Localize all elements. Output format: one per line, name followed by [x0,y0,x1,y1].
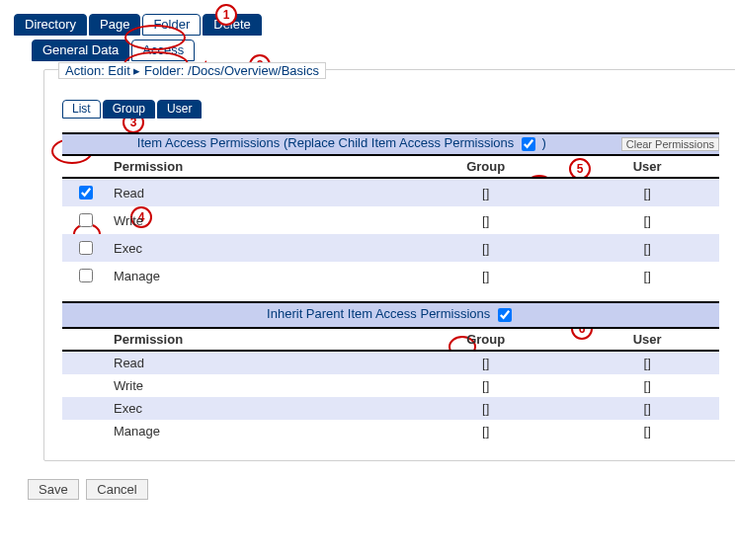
callout-1: 1 [215,4,237,26]
table-row: Exec[][] [62,234,719,262]
clear-permissions-button[interactable]: Clear Permissions [621,137,719,151]
col2-permission: Permission [108,328,396,351]
perm-group: [] [396,420,575,442]
table-row: Read[][] [62,351,719,374]
section1-title: Item Access Permissions (Replace Child I… [137,135,514,150]
cancel-button[interactable]: Cancel [86,479,147,500]
perm-user: [] [575,397,719,420]
tab-directory[interactable]: Directory [14,14,87,36]
perm-user: [] [575,420,719,442]
perm-user: [] [575,178,719,206]
save-button[interactable]: Save [28,479,79,500]
view-tabs: ListGroupUser [62,100,719,119]
main-tabs: DirectoryPageFolderDelete [14,14,721,36]
perm-name: Write [108,374,396,397]
col-group: Group [396,155,575,178]
permissions-table-1: Item Access Permissions (Replace Child I… [62,132,719,289]
table-row: Read[][] [62,178,719,206]
perm-name: Read [108,351,396,374]
breadcrumb: Action: Edit ▸ Folder: /Docs/Overview/Ba… [58,62,326,79]
perm-group: [] [396,178,575,206]
perm-user: [] [575,234,719,262]
col2-group: Group [396,328,575,351]
content-box: Action: Edit ▸ Folder: /Docs/Overview/Ba… [43,69,735,461]
perm-name: Manage [108,262,396,289]
action-buttons: Save Cancel [28,479,721,500]
row-checkbox[interactable] [79,186,93,200]
viewtab-group[interactable]: Group [103,100,155,119]
viewtab-user[interactable]: User [157,100,202,119]
inherit-parent-checkbox[interactable] [498,308,512,322]
permissions-table-2: Inherit Parent Item Access Permissions P… [62,301,719,442]
col-user: User [575,155,719,178]
row-checkbox[interactable] [79,213,93,227]
viewtab-list[interactable]: List [62,100,101,119]
callout-1-ring [124,25,186,50]
section2-title: Inherit Parent Item Access Permissions [267,306,490,321]
perm-user: [] [575,262,719,289]
perm-name: Read [108,178,396,206]
perm-name: Exec [108,397,396,420]
table-row: Write[][] [62,206,719,234]
perm-name: Manage [108,420,396,442]
perm-name: Write [108,206,396,234]
perm-user: [] [575,206,719,234]
table-row: Exec[][] [62,397,719,420]
perm-user: [] [575,374,719,397]
perm-group: [] [396,262,575,289]
row-checkbox[interactable] [79,269,93,282]
perm-group: [] [396,234,575,262]
table-row: Manage[][] [62,420,719,442]
col2-user: User [575,328,719,351]
perm-group: [] [396,351,575,374]
replace-child-checkbox[interactable] [522,137,535,151]
row-checkbox[interactable] [79,241,93,255]
table-row: Write[][] [62,374,719,397]
perm-name: Exec [108,234,396,262]
perm-group: [] [396,397,575,420]
subtab-general-data[interactable]: General Data [32,40,129,61]
perm-user: [] [575,351,719,374]
perm-group: [] [396,374,575,397]
col-permission: Permission [108,155,396,178]
table-row: Manage[][] [62,262,719,289]
perm-group: [] [396,206,575,234]
